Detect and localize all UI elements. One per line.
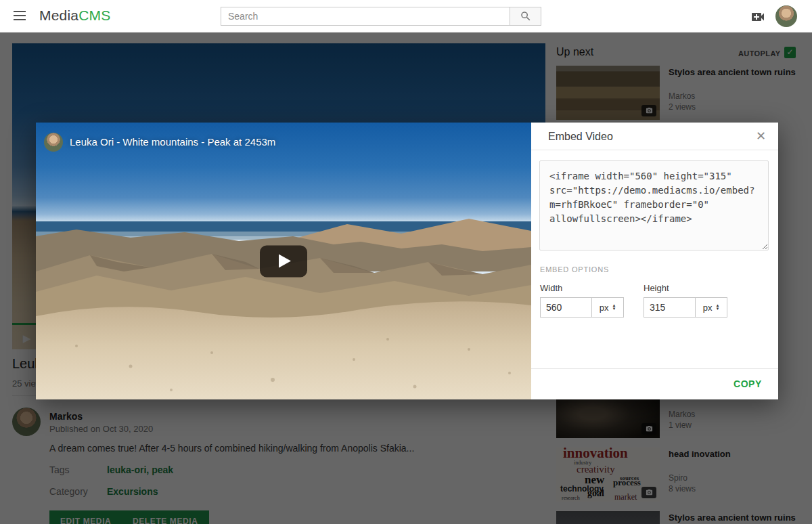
modal-footer: COPY — [531, 368, 778, 399]
embed-options-label: EMBED OPTIONS — [540, 265, 609, 274]
search-icon — [520, 10, 532, 22]
preview-play-button[interactable] — [260, 245, 307, 277]
embed-code-textarea[interactable]: <iframe width="560" height="315" src="ht… — [539, 160, 769, 250]
preview-author-avatar — [44, 133, 63, 152]
height-unit-value: px — [703, 303, 713, 313]
logo-cms: CMS — [78, 7, 110, 23]
upload-media-button[interactable] — [750, 9, 766, 25]
menu-icon[interactable] — [14, 11, 26, 20]
search-bar — [221, 7, 541, 26]
user-avatar[interactable] — [775, 5, 797, 27]
search-input[interactable] — [221, 7, 510, 26]
embed-panel: Embed Video ✕ <iframe width="560" height… — [531, 123, 778, 399]
search-button[interactable] — [510, 7, 541, 26]
height-input[interactable] — [644, 297, 696, 318]
height-unit-select[interactable]: px▲▼ — [695, 297, 727, 318]
close-icon[interactable]: ✕ — [756, 129, 766, 144]
width-unit-value: px — [600, 303, 609, 313]
modal-header: Embed Video ✕ — [531, 123, 778, 150]
height-label: Height — [644, 283, 669, 293]
preview-video-title: Leuka Ori - White mountains - Peak at 24… — [70, 136, 275, 148]
width-input[interactable] — [540, 297, 593, 318]
width-unit-select[interactable]: px▲▼ — [591, 297, 624, 318]
spinner-arrows-icon: ▲▼ — [612, 304, 616, 311]
modal-title: Embed Video — [548, 131, 613, 143]
spinner-arrows-icon: ▲▼ — [715, 304, 719, 311]
logo-media: Media — [39, 7, 78, 23]
play-icon — [279, 255, 291, 268]
page: MediaCMS ▶ Leuka Ori - White mountains -… — [0, 0, 812, 524]
embed-video-modal: Leuka Ori - White mountains - Peak at 24… — [36, 123, 778, 399]
top-header: MediaCMS — [0, 0, 812, 32]
embed-preview-player[interactable]: Leuka Ori - White mountains - Peak at 24… — [36, 123, 531, 399]
copy-button[interactable]: COPY — [734, 378, 762, 389]
width-label: Width — [540, 283, 562, 293]
logo[interactable]: MediaCMS — [39, 7, 110, 24]
video-upload-icon — [750, 9, 766, 25]
